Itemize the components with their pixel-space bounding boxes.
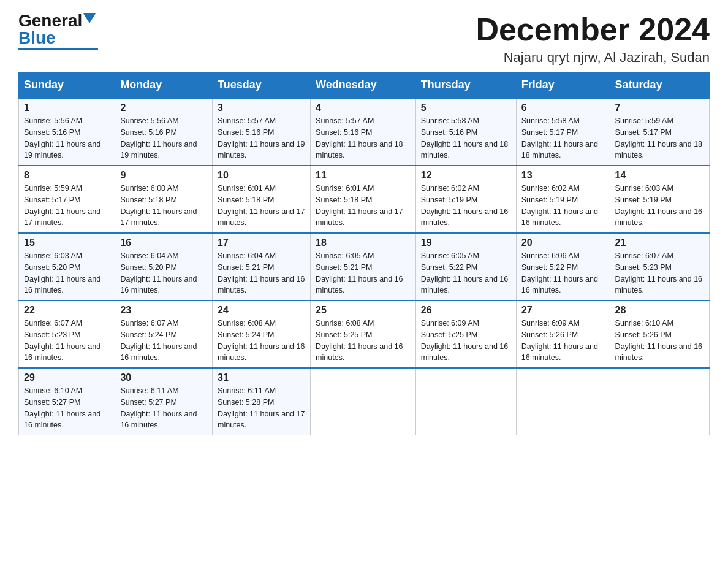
day-number: 26 (421, 305, 511, 316)
day-info: Sunrise: 6:02 AMSunset: 5:19 PMDaylight:… (421, 183, 511, 229)
calendar-day-cell: 2Sunrise: 5:56 AMSunset: 5:16 PMDaylight… (115, 98, 213, 166)
day-info: Sunrise: 6:10 AMSunset: 5:27 PMDaylight:… (24, 385, 110, 431)
day-number: 17 (218, 237, 305, 248)
calendar-day-cell (415, 368, 516, 435)
day-number: 5 (421, 102, 511, 113)
day-info: Sunrise: 5:56 AMSunset: 5:16 PMDaylight:… (120, 115, 207, 161)
day-info: Sunrise: 5:59 AMSunset: 5:17 PMDaylight:… (615, 115, 704, 161)
calendar-day-cell: 31Sunrise: 6:11 AMSunset: 5:28 PMDayligh… (212, 368, 310, 435)
day-number: 20 (521, 237, 605, 248)
day-info: Sunrise: 6:04 AMSunset: 5:20 PMDaylight:… (120, 250, 207, 296)
day-number: 25 (316, 305, 411, 316)
calendar-day-cell: 11Sunrise: 6:01 AMSunset: 5:18 PMDayligh… (311, 166, 416, 233)
calendar-day-cell: 27Sunrise: 6:09 AMSunset: 5:26 PMDayligh… (516, 301, 610, 368)
calendar-week-row: 8Sunrise: 5:59 AMSunset: 5:17 PMDaylight… (19, 166, 710, 233)
calendar-body: 1Sunrise: 5:56 AMSunset: 5:16 PMDaylight… (19, 98, 710, 435)
calendar-day-cell: 13Sunrise: 6:02 AMSunset: 5:19 PMDayligh… (516, 166, 610, 233)
day-number: 4 (316, 102, 411, 113)
calendar-day-cell: 18Sunrise: 6:05 AMSunset: 5:21 PMDayligh… (311, 233, 416, 301)
calendar-day-cell: 20Sunrise: 6:06 AMSunset: 5:22 PMDayligh… (516, 233, 610, 301)
calendar-day-cell: 24Sunrise: 6:08 AMSunset: 5:24 PMDayligh… (212, 301, 310, 368)
day-number: 22 (24, 305, 110, 316)
logo-general-text: General (18, 12, 82, 29)
calendar-day-header: Wednesday (311, 72, 416, 99)
calendar-day-cell (311, 368, 416, 435)
calendar-day-cell: 7Sunrise: 5:59 AMSunset: 5:17 PMDaylight… (610, 98, 709, 166)
day-info: Sunrise: 6:01 AMSunset: 5:18 PMDaylight:… (218, 183, 305, 229)
calendar-day-cell: 1Sunrise: 5:56 AMSunset: 5:16 PMDaylight… (19, 98, 115, 166)
calendar-day-cell: 4Sunrise: 5:57 AMSunset: 5:16 PMDaylight… (311, 98, 416, 166)
calendar-day-cell: 9Sunrise: 6:00 AMSunset: 5:18 PMDaylight… (115, 166, 213, 233)
logo-underline (18, 48, 98, 50)
day-number: 6 (521, 102, 605, 113)
location-subtitle: Najaru qryt njrw, Al Jazirah, Sudan (476, 50, 710, 66)
day-number: 10 (218, 170, 305, 181)
calendar-day-cell: 26Sunrise: 6:09 AMSunset: 5:25 PMDayligh… (415, 301, 516, 368)
day-info: Sunrise: 6:02 AMSunset: 5:19 PMDaylight:… (521, 183, 605, 229)
calendar-day-cell: 30Sunrise: 6:11 AMSunset: 5:27 PMDayligh… (115, 368, 213, 435)
day-info: Sunrise: 5:59 AMSunset: 5:17 PMDaylight:… (24, 183, 110, 229)
logo-triangle-icon (83, 13, 96, 23)
calendar-day-cell: 21Sunrise: 6:07 AMSunset: 5:23 PMDayligh… (610, 233, 709, 301)
day-number: 1 (24, 102, 110, 113)
calendar-day-cell: 22Sunrise: 6:07 AMSunset: 5:23 PMDayligh… (19, 301, 115, 368)
day-info: Sunrise: 5:57 AMSunset: 5:16 PMDaylight:… (316, 115, 411, 161)
calendar-week-row: 22Sunrise: 6:07 AMSunset: 5:23 PMDayligh… (19, 301, 710, 368)
calendar-day-header: Tuesday (212, 72, 310, 99)
page-header: General Blue December 2024 Najaru qryt n… (18, 12, 710, 66)
calendar-day-cell: 6Sunrise: 5:58 AMSunset: 5:17 PMDaylight… (516, 98, 610, 166)
day-info: Sunrise: 6:06 AMSunset: 5:22 PMDaylight:… (521, 250, 605, 296)
day-info: Sunrise: 6:07 AMSunset: 5:23 PMDaylight:… (24, 318, 110, 364)
day-info: Sunrise: 5:58 AMSunset: 5:16 PMDaylight:… (421, 115, 511, 161)
calendar-day-header: Saturday (610, 72, 709, 99)
day-info: Sunrise: 6:03 AMSunset: 5:20 PMDaylight:… (24, 250, 110, 296)
day-info: Sunrise: 6:08 AMSunset: 5:24 PMDaylight:… (218, 318, 305, 364)
calendar-day-cell: 25Sunrise: 6:08 AMSunset: 5:25 PMDayligh… (311, 301, 416, 368)
day-number: 21 (615, 237, 704, 248)
calendar-day-cell (610, 368, 709, 435)
day-number: 31 (218, 372, 305, 383)
calendar-week-row: 29Sunrise: 6:10 AMSunset: 5:27 PMDayligh… (19, 368, 710, 435)
day-info: Sunrise: 6:08 AMSunset: 5:25 PMDaylight:… (316, 318, 411, 364)
calendar-week-row: 1Sunrise: 5:56 AMSunset: 5:16 PMDaylight… (19, 98, 710, 166)
calendar-day-header: Friday (516, 72, 610, 99)
day-info: Sunrise: 6:05 AMSunset: 5:22 PMDaylight:… (421, 250, 511, 296)
day-info: Sunrise: 6:07 AMSunset: 5:23 PMDaylight:… (615, 250, 704, 296)
day-info: Sunrise: 6:11 AMSunset: 5:27 PMDaylight:… (120, 385, 207, 431)
day-number: 16 (120, 237, 207, 248)
calendar-table: SundayMondayTuesdayWednesdayThursdayFrid… (18, 72, 710, 435)
day-number: 30 (120, 372, 207, 383)
day-info: Sunrise: 6:09 AMSunset: 5:25 PMDaylight:… (421, 318, 511, 364)
day-info: Sunrise: 6:00 AMSunset: 5:18 PMDaylight:… (120, 183, 207, 229)
calendar-day-header: Sunday (19, 72, 115, 99)
day-info: Sunrise: 6:01 AMSunset: 5:18 PMDaylight:… (316, 183, 411, 229)
logo: General Blue (18, 12, 98, 50)
calendar-day-header: Monday (115, 72, 213, 99)
calendar-day-cell: 5Sunrise: 5:58 AMSunset: 5:16 PMDaylight… (415, 98, 516, 166)
day-info: Sunrise: 5:58 AMSunset: 5:17 PMDaylight:… (521, 115, 605, 161)
calendar-day-cell: 28Sunrise: 6:10 AMSunset: 5:26 PMDayligh… (610, 301, 709, 368)
day-number: 29 (24, 372, 110, 383)
title-block: December 2024 Najaru qryt njrw, Al Jazir… (476, 12, 710, 66)
day-number: 14 (615, 170, 704, 181)
day-number: 13 (521, 170, 605, 181)
logo-blue-text: Blue (18, 29, 56, 47)
calendar-day-cell: 12Sunrise: 6:02 AMSunset: 5:19 PMDayligh… (415, 166, 516, 233)
calendar-day-cell: 14Sunrise: 6:03 AMSunset: 5:19 PMDayligh… (610, 166, 709, 233)
day-number: 11 (316, 170, 411, 181)
calendar-day-cell: 29Sunrise: 6:10 AMSunset: 5:27 PMDayligh… (19, 368, 115, 435)
day-info: Sunrise: 5:56 AMSunset: 5:16 PMDaylight:… (24, 115, 110, 161)
day-info: Sunrise: 6:11 AMSunset: 5:28 PMDaylight:… (218, 385, 305, 431)
calendar-header-row: SundayMondayTuesdayWednesdayThursdayFrid… (19, 72, 710, 99)
day-number: 27 (521, 305, 605, 316)
day-number: 12 (421, 170, 511, 181)
calendar-day-cell (516, 368, 610, 435)
calendar-day-cell: 3Sunrise: 5:57 AMSunset: 5:16 PMDaylight… (212, 98, 310, 166)
day-number: 8 (24, 170, 110, 181)
calendar-day-cell: 10Sunrise: 6:01 AMSunset: 5:18 PMDayligh… (212, 166, 310, 233)
day-number: 19 (421, 237, 511, 248)
calendar-day-cell: 17Sunrise: 6:04 AMSunset: 5:21 PMDayligh… (212, 233, 310, 301)
day-info: Sunrise: 6:05 AMSunset: 5:21 PMDaylight:… (316, 250, 411, 296)
calendar-week-row: 15Sunrise: 6:03 AMSunset: 5:20 PMDayligh… (19, 233, 710, 301)
month-title: December 2024 (476, 12, 710, 47)
